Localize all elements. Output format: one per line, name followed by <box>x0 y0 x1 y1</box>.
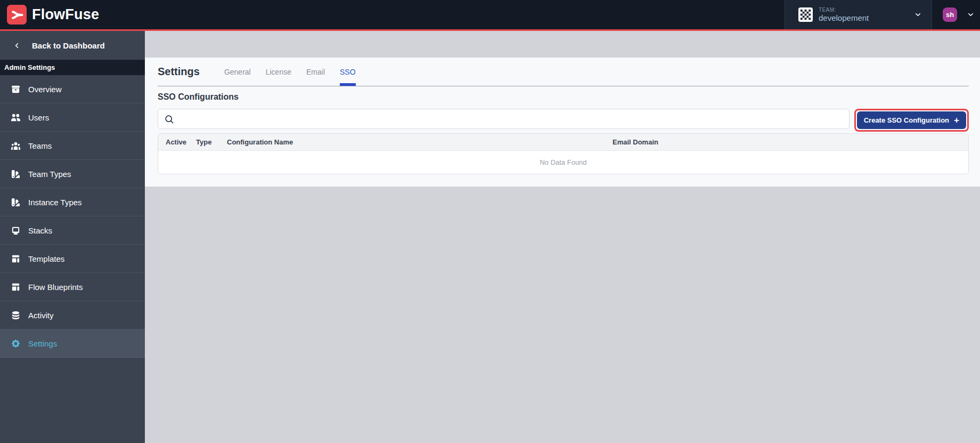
user-group-icon <box>11 141 21 151</box>
column-header-type: Type <box>189 134 219 151</box>
sidebar-item-overview[interactable]: Overview <box>0 75 145 103</box>
column-header-configuration-name: Configuration Name <box>219 134 605 151</box>
top-navbar: FlowFuse TEAM: developement sh <box>0 0 980 29</box>
plus-icon: + <box>954 116 959 125</box>
avatar: sh <box>943 7 957 22</box>
admin-sidebar: Back to Dashboard Admin Settings Overvie… <box>0 31 145 443</box>
flowfuse-logo-icon[interactable] <box>7 5 27 25</box>
color-swatch-icon <box>11 169 21 179</box>
sidebar-item-users[interactable]: Users <box>0 103 145 132</box>
sidebar-item-stacks[interactable]: Stacks <box>0 216 145 245</box>
user-menu[interactable]: sh <box>932 0 980 29</box>
sidebar-item-templates[interactable]: Templates <box>0 245 145 273</box>
settings-panel: Settings GeneralLicenseEmailSSO SSO Conf… <box>145 58 980 187</box>
search-icon <box>164 114 174 124</box>
search-row: Create SSO Configuration + <box>158 109 969 132</box>
table-header-row: ActiveTypeConfiguration NameEmail Domain <box>158 134 968 151</box>
sidebar-item-teams[interactable]: Teams <box>0 132 145 160</box>
column-header-active: Active <box>158 134 189 151</box>
sidebar-item-instance-types[interactable]: Instance Types <box>0 188 145 216</box>
sso-configurations-table-card: ActiveTypeConfiguration NameEmail Domain… <box>158 133 969 174</box>
team-identicon-icon <box>798 7 813 22</box>
section-title: SSO Configurations <box>158 92 969 102</box>
tab-sso[interactable]: SSO <box>340 58 356 86</box>
sidebar-nav: Overview Users Teams Team Types Instance… <box>0 75 145 358</box>
chevron-left-icon <box>13 42 21 50</box>
back-to-dashboard-button[interactable]: Back to Dashboard <box>0 31 145 60</box>
page-title: Settings <box>158 66 200 78</box>
team-label: TEAM: <box>819 7 869 13</box>
column-header-email-domain: Email Domain <box>605 134 968 151</box>
team-name: developement <box>819 13 869 22</box>
chevron-down-icon <box>914 11 922 19</box>
database-icon <box>11 310 21 320</box>
tab-general[interactable]: General <box>224 58 251 86</box>
tab-email[interactable]: Email <box>306 58 325 86</box>
template-icon <box>11 254 21 264</box>
color-swatch-icon <box>11 197 21 207</box>
cog-icon <box>11 339 21 349</box>
template-icon <box>11 282 21 292</box>
sidebar-item-settings[interactable]: Settings <box>0 329 145 358</box>
create-button-label: Create SSO Configuration <box>864 116 949 124</box>
sidebar-item-team-types[interactable]: Team Types <box>0 160 145 188</box>
table-empty-row: No Data Found <box>158 151 968 174</box>
empty-state-text: No Data Found <box>158 151 968 174</box>
team-selector[interactable]: TEAM: developement <box>785 0 932 29</box>
back-label: Back to Dashboard <box>32 41 105 50</box>
chevron-down-icon <box>967 11 975 19</box>
search-field-wrap <box>158 109 850 129</box>
settings-title-row: Settings GeneralLicenseEmailSSO <box>158 58 969 86</box>
sso-configurations-table: ActiveTypeConfiguration NameEmail Domain… <box>158 134 968 174</box>
tab-license[interactable]: License <box>266 58 291 86</box>
sidebar-item-activity[interactable]: Activity <box>0 301 145 329</box>
search-input[interactable] <box>158 109 850 129</box>
sidebar-item-flow-blueprints[interactable]: Flow Blueprints <box>0 273 145 301</box>
create-sso-configuration-button[interactable]: Create SSO Configuration + <box>857 111 966 129</box>
users-icon <box>11 112 21 123</box>
overview-icon <box>11 84 21 94</box>
app-window: FlowFuse TEAM: developement sh <box>0 0 980 443</box>
highlight-box: Create SSO Configuration + <box>854 109 969 132</box>
settings-tabs: GeneralLicenseEmailSSO <box>224 58 356 86</box>
main-area: Settings GeneralLicenseEmailSSO SSO Conf… <box>145 31 980 443</box>
sidebar-section-label: Admin Settings <box>0 60 145 75</box>
desktop-computer-icon <box>11 225 21 236</box>
brand-name: FlowFuse <box>32 6 99 23</box>
